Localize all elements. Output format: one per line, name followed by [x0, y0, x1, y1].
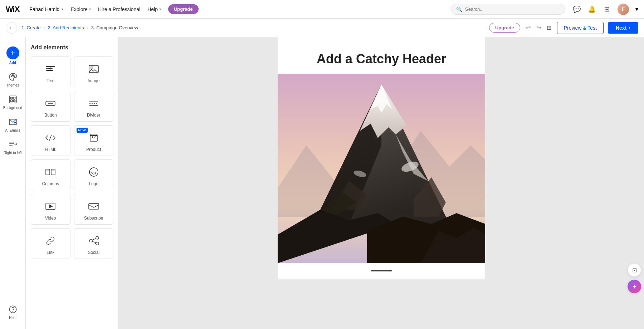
svg-rect-7 [13, 100, 15, 102]
elements-panel: Add elements Text [26, 37, 119, 329]
canvas-divider [278, 263, 485, 279]
elements-grid: Text Image [31, 57, 113, 259]
svg-point-0 [11, 76, 12, 77]
button-element-icon [44, 97, 57, 110]
element-card-video[interactable]: Video [31, 194, 70, 225]
html-element-icon [44, 131, 57, 144]
help-sidebar-icon [8, 304, 18, 314]
undo-button[interactable]: ↩ [525, 23, 532, 33]
image-element-icon [87, 63, 100, 75]
float-ai-button[interactable]: ✦ [628, 280, 641, 293]
element-card-image[interactable]: Image [74, 57, 114, 87]
columns-element-label: Columns [42, 181, 59, 186]
element-card-divider[interactable]: Divider [74, 91, 114, 122]
top-navigation: WiX Fahad Hamid ▾ Explore ▾ Hire a Profe… [0, 0, 644, 19]
background-icon [8, 94, 18, 104]
breadcrumb-overview[interactable]: 3. Campaign Overview [91, 25, 138, 30]
social-element-icon [87, 234, 100, 247]
bell-icon[interactable]: 🔔 [587, 5, 596, 14]
explore-label: Explore [70, 6, 87, 12]
avatar[interactable]: F [618, 4, 629, 15]
wix-logo: WiX [6, 5, 19, 14]
ai-emails-icon [8, 117, 18, 127]
breadcrumb-create[interactable]: 1. Create [21, 25, 40, 30]
search-bar[interactable]: 🔍 [451, 4, 565, 15]
float-action-button[interactable]: ⊡ [628, 263, 641, 277]
chat-icon[interactable]: 💬 [572, 5, 581, 14]
breadcrumb-recipients[interactable]: 2. Add Recipients [48, 25, 84, 30]
svg-rect-22 [46, 169, 50, 175]
user-name: Fahad Hamid [29, 6, 59, 12]
sidebar: + Add Themes [0, 37, 26, 329]
svg-point-30 [89, 239, 92, 242]
themes-label: Themes [6, 83, 19, 87]
element-card-subscribe[interactable]: Subscribe [74, 194, 114, 225]
rtl-label: Right to left [4, 151, 22, 155]
element-card-button[interactable]: Button [31, 91, 70, 122]
redo-icon: ↪ [536, 25, 541, 31]
video-element-icon [44, 200, 57, 213]
element-card-html[interactable]: HTML [31, 125, 70, 156]
logo-element-icon [87, 166, 100, 178]
canvas-header[interactable]: Add a Catchy Header [278, 37, 485, 74]
canvas-header-text: Add a Catchy Header [292, 51, 471, 67]
explore-chevron-icon: ▾ [89, 7, 91, 11]
canvas-content: Add a Catchy Header [278, 37, 485, 279]
view-toggle-button[interactable]: ⊞ [545, 23, 553, 33]
help-nav[interactable]: Help ▾ [147, 6, 161, 12]
back-arrow-icon: ← [9, 25, 14, 31]
sidebar-item-ai-emails[interactable]: AI Emails [0, 113, 26, 136]
help-label: Help [147, 6, 158, 12]
svg-line-32 [92, 239, 96, 240]
svg-point-29 [96, 236, 99, 239]
sidebar-item-background[interactable]: Background [0, 91, 26, 113]
columns-element-icon [44, 166, 57, 178]
element-card-link[interactable]: Link [31, 228, 70, 259]
sidebar-item-help[interactable]: Help [0, 301, 26, 323]
help-sidebar-label: Help [9, 316, 16, 320]
svg-rect-21 [90, 136, 97, 141]
text-element-icon [44, 63, 57, 75]
element-card-product[interactable]: NEW Product [74, 125, 114, 156]
element-card-text[interactable]: Text [31, 57, 70, 87]
svg-rect-23 [51, 169, 55, 175]
svg-rect-6 [10, 100, 12, 102]
sidebar-item-rtl[interactable]: Right to left [0, 136, 26, 158]
preview-test-button[interactable]: Preview & Test [557, 22, 604, 34]
hire-professional-nav[interactable]: Hire a Professional [98, 6, 140, 12]
element-card-columns[interactable]: Columns [31, 159, 70, 190]
undo-redo-controls: ↩ ↪ ⊞ [525, 23, 553, 33]
element-card-logo[interactable]: Logo [74, 159, 114, 190]
subscribe-element-label: Subscribe [84, 216, 103, 221]
canvas-image[interactable] [278, 74, 485, 263]
view-toggle-icon: ⊞ [547, 25, 551, 31]
ai-emails-label: AI Emails [5, 128, 20, 132]
svg-rect-4 [10, 97, 12, 99]
search-input[interactable] [465, 6, 560, 12]
svg-line-33 [92, 241, 96, 243]
explore-nav[interactable]: Explore ▾ [70, 6, 91, 12]
toolbar: ← 1. Create › 2. Add Recipients › 3. Cam… [0, 19, 644, 37]
next-button[interactable]: Next › [608, 22, 638, 34]
sidebar-item-add[interactable]: + Add [0, 43, 26, 68]
redo-button[interactable]: ↪ [535, 23, 542, 33]
user-menu[interactable]: Fahad Hamid ▾ [29, 6, 63, 12]
search-icon: 🔍 [456, 6, 462, 12]
toolbar-upgrade-button[interactable]: Upgrade [489, 23, 520, 33]
next-arrow-icon: › [629, 25, 630, 31]
svg-point-15 [91, 67, 93, 69]
main-area: + Add Themes [0, 37, 644, 329]
sidebar-item-themes[interactable]: Themes [0, 68, 26, 91]
subscribe-element-icon [87, 200, 100, 213]
sidebar-add-label: Add [9, 61, 16, 65]
float-action-icon: ⊡ [632, 267, 637, 274]
back-button[interactable]: ← [6, 22, 17, 34]
svg-rect-28 [89, 203, 99, 209]
upgrade-button[interactable]: Upgrade [168, 4, 199, 14]
grid-icon[interactable]: ⊞ [602, 5, 611, 14]
element-card-social[interactable]: Social [74, 228, 114, 259]
svg-point-8 [9, 306, 16, 313]
svg-rect-11 [46, 68, 53, 69]
undo-icon: ↩ [526, 25, 531, 31]
divider-element-icon [87, 97, 100, 110]
